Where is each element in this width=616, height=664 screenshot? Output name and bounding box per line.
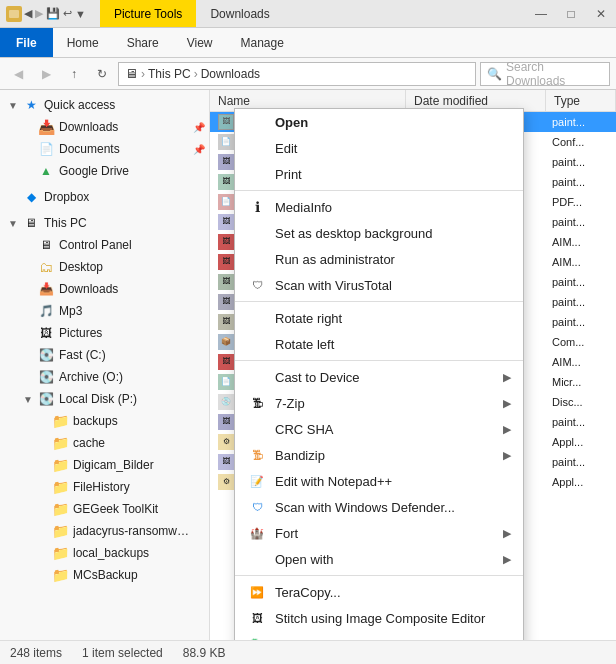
sidebar-item-dropbox[interactable]: ◆ Dropbox xyxy=(0,186,209,208)
back-button[interactable]: ◀ xyxy=(6,62,30,86)
bandizip-icon: 🗜 xyxy=(247,445,267,465)
sidebar-item-archive-o[interactable]: 💽 Archive (O:) xyxy=(0,366,209,388)
drive-p-icon: 💽 xyxy=(38,391,54,407)
menu-item-print[interactable]: Print xyxy=(235,161,523,187)
menu-item-stitch[interactable]: 🖼 Stitch using Image Composite Editor xyxy=(235,605,523,631)
downloads-label[interactable]: Downloads xyxy=(201,67,260,81)
rotate-left-icon xyxy=(247,334,267,354)
search-bar[interactable]: 🔍 Search Downloads xyxy=(480,62,610,86)
menu-item-bandizip[interactable]: 🗜 Bandizip ▶ xyxy=(235,442,523,468)
folder-icon: 📁 xyxy=(52,413,68,429)
picture-tools-tab[interactable]: Picture Tools xyxy=(100,0,196,27)
folder-jadacyrus-icon: 📁 xyxy=(52,523,68,539)
sidebar-item-fast-c[interactable]: 💽 Fast (C:) xyxy=(0,344,209,366)
sidebar-label-google-drive: Google Drive xyxy=(59,164,129,178)
menu-label-open-with: Open with xyxy=(275,552,503,567)
sidebar-item-google-drive[interactable]: ▲ Google Drive xyxy=(0,160,209,182)
menu-item-cast[interactable]: Cast to Device ▶ xyxy=(235,364,523,390)
sidebar-item-pictures[interactable]: 🖼 Pictures xyxy=(0,322,209,344)
desktop-icon: 🗂 xyxy=(38,259,54,275)
menu-item-malwarebytes[interactable]: 🦠 Scan with Malwarebytes Anti-Malware xyxy=(235,631,523,640)
drive-o-icon: 💽 xyxy=(38,369,54,385)
folder-dl-icon: 📥 xyxy=(38,119,54,135)
menu-label-rotate-right: Rotate right xyxy=(275,311,511,326)
menu-label-run-admin: Run as administrator xyxy=(275,252,511,267)
menu-item-crcsha[interactable]: CRC SHA ▶ xyxy=(235,416,523,442)
manage-tab[interactable]: Manage xyxy=(227,28,298,57)
sidebar-item-digicam[interactable]: 📁 Digicam_Bilder xyxy=(0,454,209,476)
maximize-button[interactable]: □ xyxy=(556,0,586,27)
menu-item-7zip[interactable]: 🗜 7-Zip ▶ xyxy=(235,390,523,416)
file-list-area: Name Date modified Type 🖼 6f530fceea7b92… xyxy=(210,90,616,640)
app-icon xyxy=(6,6,22,22)
sidebar-item-downloads[interactable]: 📥 Downloads 📌 xyxy=(0,116,209,138)
home-tab[interactable]: Home xyxy=(53,28,113,57)
sidebar-item-mcsbackup[interactable]: 📁 MCsBackup xyxy=(0,564,209,586)
share-tab[interactable]: Share xyxy=(113,28,173,57)
undo-icon[interactable]: ↩ xyxy=(63,7,72,20)
menu-item-notepadpp[interactable]: 📝 Edit with Notepad++ xyxy=(235,468,523,494)
save-icon[interactable]: 💾 xyxy=(46,7,60,20)
sidebar-item-documents[interactable]: 📄 Documents 📌 xyxy=(0,138,209,160)
minimize-button[interactable]: — xyxy=(526,0,556,27)
submenu-arrow6: ▶ xyxy=(503,553,511,566)
dropbox-icon: ◆ xyxy=(23,189,39,205)
menu-label-virustotal: Scan with VirusTotal xyxy=(275,278,511,293)
svg-rect-1 xyxy=(9,10,19,18)
menu-label-fort: Fort xyxy=(275,526,503,541)
menu-item-fort[interactable]: 🏰 Fort ▶ xyxy=(235,520,523,546)
refresh-button[interactable]: ↻ xyxy=(90,62,114,86)
folder-local-backups-icon: 📁 xyxy=(52,545,68,561)
breadcrumb[interactable]: 🖥 › This PC › Downloads xyxy=(118,62,476,86)
up-button[interactable]: ↑ xyxy=(62,62,86,86)
sidebar-item-jadacyrus[interactable]: 📁 jadacyrus-ransomwarere... xyxy=(0,520,209,542)
sidebar-item-local-backups[interactable]: 📁 local_backups xyxy=(0,542,209,564)
sidebar-item-this-pc[interactable]: ▼ 🖥 This PC xyxy=(0,212,209,234)
control-panel-icon: 🖥 xyxy=(38,237,54,253)
sidebar-label-gegeek: GEGeek ToolKit xyxy=(73,502,158,516)
sidebar-item-mp3[interactable]: 🎵 Mp3 xyxy=(0,300,209,322)
mediainfo-icon: ℹ xyxy=(247,197,267,217)
sidebar-item-control-panel[interactable]: 🖥 Control Panel xyxy=(0,234,209,256)
sidebar-label-downloads2: Downloads xyxy=(59,282,118,296)
menu-item-run-admin[interactable]: Run as administrator xyxy=(235,246,523,272)
menu-item-virustotal[interactable]: 🛡 Scan with VirusTotal xyxy=(235,272,523,298)
menu-item-rotate-right[interactable]: Rotate right xyxy=(235,305,523,331)
menu-item-open[interactable]: Open xyxy=(235,109,523,135)
downloads-tab[interactable]: Downloads xyxy=(196,0,283,27)
rotate-right-icon xyxy=(247,308,267,328)
close-button[interactable]: ✕ xyxy=(586,0,616,27)
file-tab[interactable]: File xyxy=(0,28,53,57)
dropdown-icon[interactable]: ▼ xyxy=(75,8,86,20)
status-count: 248 items xyxy=(10,646,62,660)
sidebar-item-downloads2[interactable]: 📥 Downloads xyxy=(0,278,209,300)
drive-c-icon: 💽 xyxy=(38,347,54,363)
menu-item-rotate-left[interactable]: Rotate left xyxy=(235,331,523,357)
sidebar-item-cache[interactable]: 📁 cache xyxy=(0,432,209,454)
this-pc-label[interactable]: This PC xyxy=(148,67,191,81)
sidebar-item-desktop[interactable]: 🗂 Desktop xyxy=(0,256,209,278)
forward-button[interactable]: ▶ xyxy=(34,62,58,86)
sidebar-label-local-backups: local_backups xyxy=(73,546,149,560)
sidebar-item-gegeek[interactable]: 📁 GEGeek ToolKit xyxy=(0,498,209,520)
sidebar-item-filehistory[interactable]: 📁 FileHistory xyxy=(0,476,209,498)
back-icon[interactable]: ◀ xyxy=(24,7,32,20)
sidebar-item-quick-access[interactable]: ▼ ★ Quick access xyxy=(0,94,209,116)
fwd-icon[interactable]: ▶ xyxy=(35,7,43,20)
menu-item-set-desktop[interactable]: Set as desktop background xyxy=(235,220,523,246)
sidebar-label-jadacyrus: jadacyrus-ransomwarere... xyxy=(73,524,193,538)
menu-item-mediainfo[interactable]: ℹ MediaInfo xyxy=(235,194,523,220)
menu-label-bandizip: Bandizip xyxy=(275,448,503,463)
sidebar-item-backups[interactable]: 📁 backups xyxy=(0,410,209,432)
menu-item-open-with[interactable]: Open with ▶ xyxy=(235,546,523,572)
menu-item-edit[interactable]: Edit xyxy=(235,135,523,161)
view-tab[interactable]: View xyxy=(173,28,227,57)
virustotal-icon: 🛡 xyxy=(247,275,267,295)
menu-item-teracopy[interactable]: ⏩ TeraCopy... xyxy=(235,579,523,605)
main-content: ▼ ★ Quick access 📥 Downloads 📌 📄 Documen… xyxy=(0,90,616,640)
malwarebytes-icon: 🦠 xyxy=(247,634,267,640)
menu-item-defender[interactable]: 🛡 Scan with Windows Defender... xyxy=(235,494,523,520)
sidebar-label-mp3: Mp3 xyxy=(59,304,82,318)
star-icon: ★ xyxy=(23,97,39,113)
sidebar-item-local-disk-p[interactable]: ▼ 💽 Local Disk (P:) xyxy=(0,388,209,410)
